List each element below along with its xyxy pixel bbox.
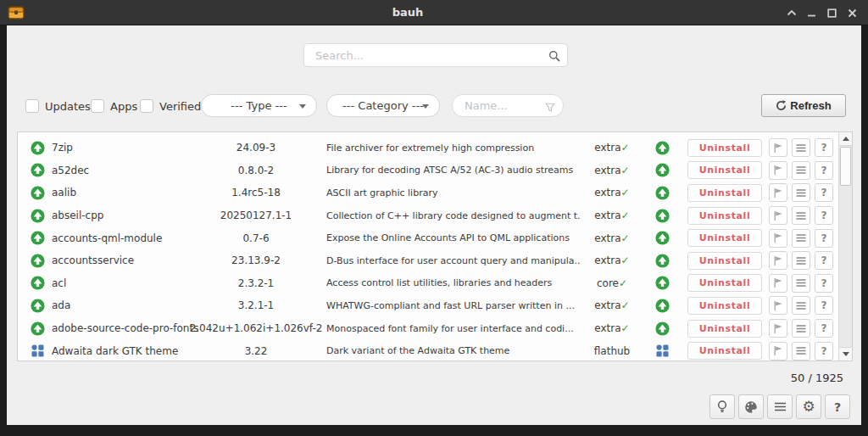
about-button[interactable]: ? bbox=[825, 394, 850, 419]
hamburger-icon bbox=[796, 279, 806, 287]
verified-check-icon: ✓ bbox=[621, 322, 630, 334]
info-button[interactable] bbox=[792, 251, 810, 270]
uninstall-button[interactable]: Uninstall bbox=[687, 274, 762, 292]
info-button[interactable] bbox=[792, 138, 810, 157]
package-row[interactable]: ada 3.2.1-1 WHATWG-compliant and fast UR… bbox=[18, 294, 838, 317]
package-row[interactable]: abseil-cpp 20250127.1-1 Collection of C+… bbox=[18, 204, 838, 227]
screenshots-button[interactable] bbox=[769, 138, 787, 157]
uninstall-button[interactable]: Uninstall bbox=[687, 297, 762, 315]
package-description: Access control list utilities, libraries… bbox=[326, 277, 581, 288]
flag-icon bbox=[773, 187, 783, 198]
package-name: adobe-source-code-pro-fonts bbox=[52, 322, 186, 334]
screenshots-button[interactable] bbox=[769, 161, 787, 180]
main-content: Updates Apps Verified --- Type --- --- C… bbox=[7, 25, 861, 425]
help-button[interactable]: ? bbox=[815, 183, 833, 202]
question-icon: ? bbox=[821, 210, 827, 221]
category-dropdown[interactable]: --- Category --- bbox=[326, 94, 440, 117]
uninstall-button[interactable]: Uninstall bbox=[687, 252, 762, 270]
info-button[interactable] bbox=[792, 296, 810, 315]
package-row[interactable]: accountsservice 23.13.9-2 D-Bus interfac… bbox=[18, 249, 838, 272]
hamburger-icon bbox=[796, 144, 806, 152]
info-button[interactable] bbox=[792, 319, 810, 338]
hamburger-icon bbox=[796, 234, 806, 242]
minimize-icon[interactable] bbox=[806, 8, 817, 19]
package-description: Library for decoding ATSC A/52 (AC-3) au… bbox=[326, 165, 581, 176]
checkbox-icon[interactable] bbox=[91, 99, 104, 113]
scroll-up-icon[interactable] bbox=[839, 132, 852, 146]
flag-icon bbox=[773, 300, 783, 311]
scrollbar-thumb[interactable] bbox=[840, 147, 851, 186]
custom-actions-button[interactable] bbox=[767, 394, 793, 419]
search-input[interactable] bbox=[303, 43, 568, 67]
hamburger-icon bbox=[796, 347, 806, 355]
help-button[interactable]: ? bbox=[815, 274, 833, 293]
package-version: 2.3.2-1 bbox=[187, 277, 325, 289]
screenshots-button[interactable] bbox=[769, 251, 787, 270]
help-button[interactable]: ? bbox=[815, 161, 833, 180]
checkbox-icon[interactable] bbox=[25, 99, 39, 113]
info-button[interactable] bbox=[792, 342, 810, 361]
verified-checkbox[interactable]: Verified bbox=[140, 94, 201, 118]
info-button[interactable] bbox=[792, 206, 810, 225]
uninstall-button[interactable]: Uninstall bbox=[687, 207, 762, 225]
help-button[interactable]: ? bbox=[815, 342, 833, 361]
package-row[interactable]: acl 2.3.2-1 Access control list utilitie… bbox=[18, 272, 838, 295]
screenshots-button[interactable] bbox=[769, 296, 787, 315]
question-icon: ? bbox=[821, 299, 827, 311]
info-button[interactable] bbox=[792, 274, 810, 293]
info-button[interactable] bbox=[792, 229, 810, 248]
type-dropdown[interactable]: --- Type --- bbox=[201, 94, 317, 117]
uninstall-button[interactable]: Uninstall bbox=[687, 161, 762, 179]
info-button[interactable] bbox=[792, 161, 810, 180]
search-icon[interactable] bbox=[548, 49, 560, 65]
apps-checkbox[interactable]: Apps bbox=[91, 94, 137, 118]
window-title: bauh bbox=[0, 0, 815, 25]
screenshots-button[interactable] bbox=[769, 342, 787, 361]
uninstall-button[interactable]: Uninstall bbox=[687, 184, 762, 202]
package-row[interactable]: accounts-qml-module 0.7-6 Expose the Onl… bbox=[18, 226, 838, 249]
package-repo: extra bbox=[594, 187, 620, 198]
screenshots-button[interactable] bbox=[769, 319, 787, 338]
help-button[interactable]: ? bbox=[815, 296, 833, 315]
arch-source-icon bbox=[31, 321, 45, 336]
suggestions-button[interactable] bbox=[709, 394, 735, 419]
help-button[interactable]: ? bbox=[815, 138, 833, 157]
flag-icon bbox=[773, 232, 783, 243]
themes-button[interactable] bbox=[738, 394, 764, 419]
help-button[interactable]: ? bbox=[815, 319, 833, 338]
uninstall-button[interactable]: Uninstall bbox=[687, 139, 762, 157]
scroll-down-icon[interactable] bbox=[839, 347, 852, 361]
settings-button[interactable]: ⚙ bbox=[796, 394, 821, 419]
uninstall-button[interactable]: Uninstall bbox=[687, 342, 762, 360]
help-button[interactable]: ? bbox=[815, 251, 833, 270]
updates-checkbox[interactable]: Updates bbox=[25, 94, 91, 118]
info-button[interactable] bbox=[792, 183, 810, 202]
package-row[interactable]: 7zip 24.09-3 File archiver for extremely… bbox=[18, 137, 838, 159]
arch-source-icon bbox=[31, 163, 45, 177]
shade-chevron-up-icon[interactable] bbox=[786, 8, 797, 19]
refresh-button[interactable]: Refresh bbox=[761, 94, 846, 117]
maximize-icon[interactable] bbox=[826, 8, 837, 19]
help-button[interactable]: ? bbox=[815, 229, 833, 248]
chevron-down-icon bbox=[422, 104, 429, 109]
screenshots-button[interactable] bbox=[769, 229, 787, 248]
screenshots-button[interactable] bbox=[769, 183, 787, 202]
package-row[interactable]: a52dec 0.8.0-2 Library for decoding ATSC… bbox=[18, 159, 838, 182]
close-icon[interactable] bbox=[847, 8, 858, 19]
screenshots-button[interactable] bbox=[769, 274, 787, 293]
screenshots-button[interactable] bbox=[769, 206, 787, 225]
vertical-scrollbar[interactable] bbox=[838, 132, 852, 361]
bottom-toolbar: ⚙ ? bbox=[709, 394, 850, 419]
package-row[interactable]: aalib 1.4rc5-18 ASCII art graphic librar… bbox=[18, 182, 838, 204]
package-row[interactable]: adobe-source-code-pro-fonts 2.042u+1.062… bbox=[18, 317, 838, 340]
package-row[interactable]: Adwaita dark GTK theme 3.22 Dark variant… bbox=[18, 339, 838, 361]
arch-source-icon bbox=[31, 254, 45, 268]
checkbox-icon[interactable] bbox=[140, 99, 153, 113]
uninstall-button[interactable]: Uninstall bbox=[687, 320, 762, 338]
arch-source-icon bbox=[31, 231, 45, 245]
uninstall-button[interactable]: Uninstall bbox=[687, 229, 762, 247]
package-name: 7zip bbox=[52, 142, 186, 154]
help-button[interactable]: ? bbox=[815, 206, 833, 225]
flag-icon bbox=[773, 143, 783, 154]
package-version: 0.7-6 bbox=[187, 232, 325, 244]
